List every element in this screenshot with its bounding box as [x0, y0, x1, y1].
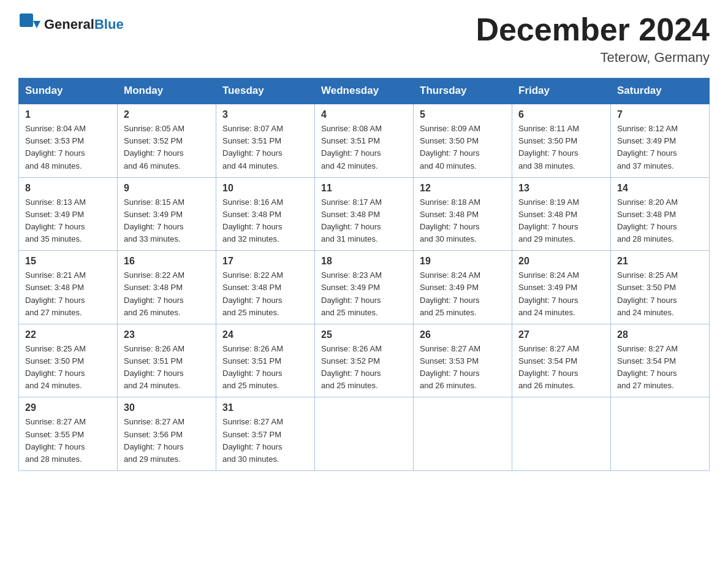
day-info: Sunrise: 8:27 AM Sunset: 3:55 PM Dayligh…	[25, 416, 111, 465]
day-number: 29	[25, 402, 111, 413]
day-number: 18	[321, 256, 407, 267]
table-row: 16 Sunrise: 8:22 AM Sunset: 3:48 PM Dayl…	[118, 251, 216, 324]
day-info: Sunrise: 8:21 AM Sunset: 3:48 PM Dayligh…	[25, 269, 111, 319]
day-number: 28	[617, 329, 703, 340]
day-info: Sunrise: 8:26 AM Sunset: 3:51 PM Dayligh…	[124, 343, 210, 393]
table-row: 23 Sunrise: 8:26 AM Sunset: 3:51 PM Dayl…	[118, 324, 216, 397]
col-thursday: Thursday	[414, 79, 512, 104]
table-row: 28 Sunrise: 8:27 AM Sunset: 3:54 PM Dayl…	[611, 324, 710, 397]
day-number: 24	[222, 329, 308, 340]
table-row: 6 Sunrise: 8:11 AM Sunset: 3:50 PM Dayli…	[512, 104, 611, 177]
logo-text: GeneralBlue	[44, 17, 124, 33]
day-number: 20	[518, 256, 604, 267]
table-row	[315, 397, 414, 471]
month-title: December 2024	[476, 12, 710, 47]
day-info: Sunrise: 8:09 AM Sunset: 3:50 PM Dayligh…	[420, 123, 506, 172]
table-row: 1 Sunrise: 8:04 AM Sunset: 3:53 PM Dayli…	[19, 104, 118, 177]
day-info: Sunrise: 8:11 AM Sunset: 3:50 PM Dayligh…	[518, 123, 604, 172]
table-row: 2 Sunrise: 8:05 AM Sunset: 3:52 PM Dayli…	[118, 104, 216, 177]
calendar-week-row: 15 Sunrise: 8:21 AM Sunset: 3:48 PM Dayl…	[19, 251, 710, 324]
table-row: 3 Sunrise: 8:07 AM Sunset: 3:51 PM Dayli…	[216, 104, 315, 177]
svg-rect-0	[20, 13, 33, 27]
title-block: December 2024 Teterow, Germany	[476, 12, 710, 66]
day-info: Sunrise: 8:24 AM Sunset: 3:49 PM Dayligh…	[518, 269, 604, 319]
col-friday: Friday	[512, 79, 611, 104]
day-number: 27	[518, 329, 604, 340]
calendar-week-row: 29 Sunrise: 8:27 AM Sunset: 3:55 PM Dayl…	[19, 397, 710, 471]
day-info: Sunrise: 8:17 AM Sunset: 3:48 PM Dayligh…	[321, 196, 407, 246]
table-row	[512, 397, 611, 471]
day-number: 5	[420, 109, 506, 120]
day-info: Sunrise: 8:20 AM Sunset: 3:48 PM Dayligh…	[617, 196, 703, 246]
day-number: 8	[25, 183, 111, 194]
table-row: 7 Sunrise: 8:12 AM Sunset: 3:49 PM Dayli…	[611, 104, 710, 177]
page-header: GeneralBlue December 2024 Teterow, Germa…	[18, 12, 710, 66]
table-row: 19 Sunrise: 8:24 AM Sunset: 3:49 PM Dayl…	[414, 251, 512, 324]
table-row: 27 Sunrise: 8:27 AM Sunset: 3:54 PM Dayl…	[512, 324, 611, 397]
table-row: 31 Sunrise: 8:27 AM Sunset: 3:57 PM Dayl…	[216, 397, 315, 471]
day-number: 31	[222, 402, 308, 413]
day-number: 6	[518, 109, 604, 120]
day-number: 13	[518, 183, 604, 194]
day-number: 9	[124, 183, 210, 194]
day-info: Sunrise: 8:27 AM Sunset: 3:54 PM Dayligh…	[518, 343, 604, 393]
calendar-week-row: 8 Sunrise: 8:13 AM Sunset: 3:49 PM Dayli…	[19, 177, 710, 251]
calendar-week-row: 22 Sunrise: 8:25 AM Sunset: 3:50 PM Dayl…	[19, 324, 710, 397]
day-info: Sunrise: 8:25 AM Sunset: 3:50 PM Dayligh…	[617, 269, 703, 319]
table-row: 5 Sunrise: 8:09 AM Sunset: 3:50 PM Dayli…	[414, 104, 512, 177]
table-row: 20 Sunrise: 8:24 AM Sunset: 3:49 PM Dayl…	[512, 251, 611, 324]
table-row: 29 Sunrise: 8:27 AM Sunset: 3:55 PM Dayl…	[19, 397, 118, 471]
day-info: Sunrise: 8:05 AM Sunset: 3:52 PM Dayligh…	[124, 123, 210, 172]
day-info: Sunrise: 8:15 AM Sunset: 3:49 PM Dayligh…	[124, 196, 210, 246]
day-info: Sunrise: 8:26 AM Sunset: 3:52 PM Dayligh…	[321, 343, 407, 393]
logo-mark	[18, 12, 40, 37]
day-number: 17	[222, 256, 308, 267]
col-tuesday: Tuesday	[216, 79, 315, 104]
day-number: 1	[25, 109, 111, 120]
table-row: 17 Sunrise: 8:22 AM Sunset: 3:48 PM Dayl…	[216, 251, 315, 324]
table-row: 24 Sunrise: 8:26 AM Sunset: 3:51 PM Dayl…	[216, 324, 315, 397]
day-number: 2	[124, 109, 210, 120]
table-row: 13 Sunrise: 8:19 AM Sunset: 3:48 PM Dayl…	[512, 177, 611, 251]
day-info: Sunrise: 8:07 AM Sunset: 3:51 PM Dayligh…	[222, 123, 308, 172]
day-info: Sunrise: 8:27 AM Sunset: 3:57 PM Dayligh…	[222, 416, 308, 465]
day-number: 22	[25, 329, 111, 340]
table-row: 10 Sunrise: 8:16 AM Sunset: 3:48 PM Dayl…	[216, 177, 315, 251]
col-sunday: Sunday	[19, 79, 118, 104]
col-wednesday: Wednesday	[315, 79, 414, 104]
table-row	[611, 397, 710, 471]
calendar-header-row: Sunday Monday Tuesday Wednesday Thursday…	[19, 79, 710, 104]
day-info: Sunrise: 8:27 AM Sunset: 3:53 PM Dayligh…	[420, 343, 506, 393]
day-info: Sunrise: 8:12 AM Sunset: 3:49 PM Dayligh…	[617, 123, 703, 172]
day-number: 3	[222, 109, 308, 120]
table-row: 22 Sunrise: 8:25 AM Sunset: 3:50 PM Dayl…	[19, 324, 118, 397]
day-info: Sunrise: 8:27 AM Sunset: 3:56 PM Dayligh…	[124, 416, 210, 465]
table-row: 18 Sunrise: 8:23 AM Sunset: 3:49 PM Dayl…	[315, 251, 414, 324]
table-row: 26 Sunrise: 8:27 AM Sunset: 3:53 PM Dayl…	[414, 324, 512, 397]
table-row: 4 Sunrise: 8:08 AM Sunset: 3:51 PM Dayli…	[315, 104, 414, 177]
location-subtitle: Teterow, Germany	[476, 50, 710, 66]
day-info: Sunrise: 8:19 AM Sunset: 3:48 PM Dayligh…	[518, 196, 604, 246]
day-number: 11	[321, 183, 407, 194]
day-info: Sunrise: 8:26 AM Sunset: 3:51 PM Dayligh…	[222, 343, 308, 393]
day-number: 16	[124, 256, 210, 267]
logo-blue: Blue	[94, 17, 124, 32]
table-row: 11 Sunrise: 8:17 AM Sunset: 3:48 PM Dayl…	[315, 177, 414, 251]
day-info: Sunrise: 8:22 AM Sunset: 3:48 PM Dayligh…	[124, 269, 210, 319]
day-number: 4	[321, 109, 407, 120]
day-info: Sunrise: 8:08 AM Sunset: 3:51 PM Dayligh…	[321, 123, 407, 172]
table-row: 21 Sunrise: 8:25 AM Sunset: 3:50 PM Dayl…	[611, 251, 710, 324]
day-info: Sunrise: 8:23 AM Sunset: 3:49 PM Dayligh…	[321, 269, 407, 319]
day-number: 30	[124, 402, 210, 413]
col-monday: Monday	[118, 79, 216, 104]
logo-general: General	[44, 17, 94, 32]
day-number: 12	[420, 183, 506, 194]
table-row: 8 Sunrise: 8:13 AM Sunset: 3:49 PM Dayli…	[19, 177, 118, 251]
day-info: Sunrise: 8:13 AM Sunset: 3:49 PM Dayligh…	[25, 196, 111, 246]
day-number: 25	[321, 329, 407, 340]
table-row: 12 Sunrise: 8:18 AM Sunset: 3:48 PM Dayl…	[414, 177, 512, 251]
day-info: Sunrise: 8:18 AM Sunset: 3:48 PM Dayligh…	[420, 196, 506, 246]
table-row	[414, 397, 512, 471]
day-number: 10	[222, 183, 308, 194]
day-number: 26	[420, 329, 506, 340]
